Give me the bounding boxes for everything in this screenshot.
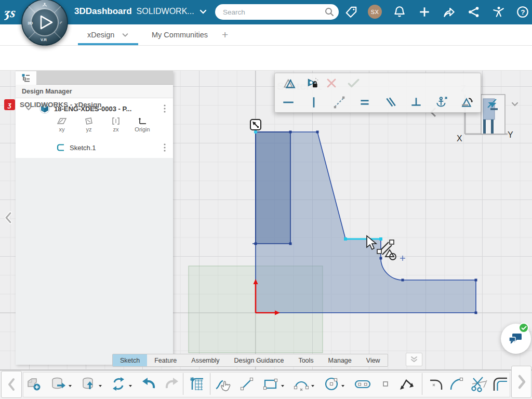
sync-button[interactable] [108,372,129,396]
tab-manage[interactable]: Manage [321,354,359,366]
tree-sketch-item[interactable]: Sketch.1 [16,141,173,154]
minimize-icon[interactable] [460,100,470,109]
chevron-right-icon [516,373,527,391]
tab-sketch[interactable]: Sketch [113,354,147,366]
selected-edge-endpoint[interactable] [379,237,382,241]
check-icon [521,326,527,330]
restore-window-icon[interactable] [486,98,498,109]
chevron-down-icon[interactable] [510,100,520,109]
status-online-badge [518,323,529,333]
dashboard-app-title[interactable]: SOLIDWORK... [137,7,194,16]
circle-tool-button[interactable] [321,372,342,396]
sketch-icon [56,143,65,152]
tab-view[interactable]: View [359,354,388,366]
sketch-tool-button[interactable] [187,372,207,396]
rectangle-options-caret[interactable] [281,385,284,387]
tree-icon [21,73,31,83]
redo-button[interactable] [162,372,182,396]
screen: Sketch.1 [0,0,532,399]
arc-center-marker [400,256,405,261]
share-network-icon[interactable] [467,5,481,19]
add-content-icon[interactable] [418,5,431,19]
corner-tool-button[interactable] [426,372,447,396]
help-icon[interactable]: ? [516,5,529,19]
circle-options-caret[interactable] [341,385,344,387]
panel-title: Design Manager [16,85,173,98]
tab-feature[interactable]: Feature [147,354,184,366]
selected-edge-endpoint[interactable] [344,237,347,241]
kebab-menu-icon[interactable] [164,143,166,152]
assistance-person-icon[interactable] [491,5,505,19]
perpendicular-constraint-button[interactable] [409,95,423,110]
avatar[interactable]: SX [368,5,382,19]
search-input[interactable] [215,4,339,20]
update-options-caret[interactable] [99,385,102,387]
triad-y-label: Y [508,130,513,140]
trim-tool-button[interactable] [468,372,489,396]
slot-tool-button[interactable] [352,372,373,396]
constraint-context-toolbar [274,73,481,113]
add-tab-button[interactable]: + [222,24,228,45]
tab-design-guidance[interactable]: Design Guidance [227,354,291,366]
tab-assembly[interactable]: Assembly [184,354,227,366]
3ds-logo-icon[interactable]: ʒs [4,4,22,21]
line-tool-button[interactable] [236,372,257,396]
tab-xdesign[interactable]: xDesign [87,24,129,45]
action-bar-collapse-button[interactable] [406,353,422,366]
arc-options-caret[interactable] [311,385,314,387]
select-move-button[interactable] [213,372,234,396]
global-search[interactable] [215,4,339,20]
update-from-platform-button[interactable] [78,372,99,396]
point-tool-button[interactable] [375,372,396,396]
plane-item-zx[interactable]: zx [104,117,128,132]
inner-rectangle[interactable] [256,132,290,244]
design-manager-tab[interactable] [16,71,36,85]
fillet-arc-button[interactable] [446,372,467,396]
midline-constraint-button[interactable] [332,95,347,110]
tab-my-communities[interactable]: My Communities [152,24,208,45]
sync-options-caret[interactable] [129,385,132,387]
dimension-tool-button[interactable] [396,372,417,396]
tag-icon[interactable] [344,5,358,19]
chevron-down-icon[interactable] [199,7,207,16]
show-constraints-button[interactable] [282,76,297,90]
undo-button[interactable] [138,372,159,396]
save-options-caret[interactable] [69,385,72,387]
plane-item-yz[interactable]: yz [77,117,101,132]
offset-tool-button[interactable] [490,372,511,396]
toolbar-scroll-right-button[interactable] [511,366,531,398]
parallel-constraint-button[interactable] [383,95,398,110]
vertical-constraint-button[interactable] [307,95,321,110]
plane-item-origin[interactable]: Origin [130,117,154,132]
notifications-bell-icon[interactable] [393,5,406,19]
panel-collapse-chevron[interactable] [3,210,14,225]
arc-tool-button[interactable] [291,372,312,396]
selected-vertex[interactable] [254,130,257,134]
auto-constraint-lock-button[interactable] [305,76,320,90]
app-tab-row: xDesign My Communities + [0,24,532,46]
rectangle-tool-button[interactable] [260,372,281,396]
tab-tools[interactable]: Tools [291,354,321,366]
sketch-item-label: Sketch.1 [70,144,96,152]
compass-3d-quadrant: 3D [28,21,33,25]
toolbar-scroll-left-button[interactable] [1,371,22,398]
anchor-constraint-button[interactable] [434,95,449,110]
chevron-down-icon[interactable] [122,31,129,38]
app-window-header: ʒ SOLIDWORKS - xDesign [0,46,532,71]
share-arrow-icon[interactable] [442,5,456,19]
toolbar-separator [422,373,422,395]
insert-part-button[interactable] [23,372,44,396]
3dexperience-compass[interactable]: 3D V.R i² [21,0,68,46]
plane-item-xy[interactable]: xy [50,117,74,132]
search-icon[interactable] [324,7,335,17]
toolbar-separator [210,373,210,395]
plane-yz-icon [84,117,94,125]
horizontal-constraint-button[interactable] [281,95,296,110]
equal-constraint-button[interactable] [357,95,372,110]
accept-button[interactable] [346,76,361,90]
dashboard-brand[interactable]: 3DDashboard [74,6,132,17]
kebab-menu-icon[interactable] [164,104,166,113]
cancel-button[interactable] [324,76,339,90]
flip-normal-badge[interactable] [250,119,261,130]
save-to-platform-button[interactable] [48,372,69,396]
